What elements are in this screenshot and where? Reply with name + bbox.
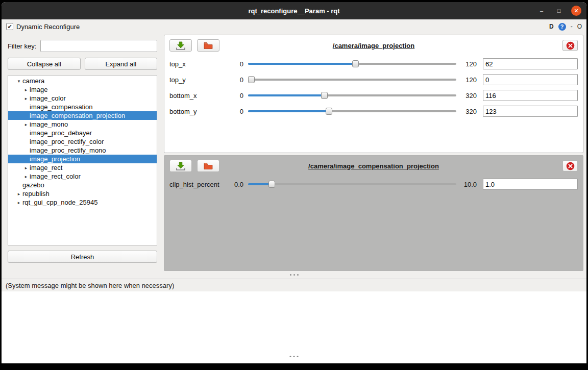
tree-item-label: rqt_gui_cpp_node_25945: [22, 199, 97, 206]
window-controls: – □ ✕: [536, 6, 586, 16]
help-icon[interactable]: ?: [558, 23, 566, 31]
detach-plugin-button[interactable]: D: [549, 23, 554, 30]
expanded-arrow-icon[interactable]: ▾: [15, 79, 22, 84]
close-panel-button[interactable]: [562, 160, 578, 171]
bottom_y-slider[interactable]: [248, 107, 456, 116]
tree-item-label: image_proc_debayer: [30, 129, 92, 137]
tree-item-image_color[interactable]: ▸image_color: [8, 94, 157, 103]
tree-item-rqt_gui_cpp_node_25945[interactable]: ▸rqt_gui_cpp_node_25945: [8, 198, 157, 207]
tree-item-gazebo[interactable]: gazebo: [8, 181, 157, 189]
param-max-label: 120: [456, 76, 477, 84]
param-min-label: 0: [230, 76, 248, 84]
param-panel: /camera/image_projectiontop_x0120top_y01…: [164, 35, 583, 153]
refresh-button[interactable]: Refresh: [8, 251, 157, 263]
tree-item-label: image_proc_rectify_color: [30, 138, 104, 145]
panel-toolbar: /camera/image_compensation_projection: [164, 156, 583, 174]
tree-item-label: image_rect: [30, 164, 62, 171]
slider-handle[interactable]: [248, 76, 255, 83]
slider-handle[interactable]: [352, 60, 359, 67]
panel-toolbar: /camera/image_projection: [164, 35, 583, 54]
panel-title: /camera/image_compensation_projection: [164, 162, 583, 170]
clip_hist_percent-slider[interactable]: [248, 180, 456, 189]
tree-item-label: image_proc_rectify_mono: [30, 146, 106, 154]
tree-item-image_rect[interactable]: ▸image_rect: [8, 163, 157, 172]
tree-item-image_projection[interactable]: image_projection: [8, 155, 157, 163]
param-max-label: 320: [456, 92, 477, 100]
top_x-value-input[interactable]: [483, 58, 578, 69]
plugin-title: Dynamic Reconfigure: [16, 23, 80, 31]
param-min-label: 0: [230, 108, 248, 115]
window-title: rqt_reconfigure__Param - rqt: [2, 7, 586, 15]
close-plugin-button[interactable]: O: [577, 23, 582, 30]
dynamic-reconfigure-checkbox[interactable]: ✔ Dynamic Reconfigure: [6, 23, 80, 31]
save-params-button[interactable]: [169, 39, 192, 52]
panel-splitter-handle[interactable]: [2, 271, 586, 279]
slider-handle[interactable]: [321, 92, 328, 99]
param-row-clip_hist_percent: clip_hist_percent0.010.0: [169, 179, 578, 190]
titlebar: rqt_reconfigure__Param - rqt – □ ✕: [2, 2, 586, 19]
tree-item-image_compensation[interactable]: image_compensation: [8, 103, 157, 111]
tree-item-label: image: [30, 86, 47, 93]
tree-item-label: image_projection: [30, 155, 80, 163]
tree-item-label: image_mono: [30, 120, 68, 128]
tree-item-image[interactable]: ▸image: [8, 85, 157, 94]
collapsed-arrow-icon[interactable]: ▸: [22, 87, 30, 92]
tree-item-camera[interactable]: ▾camera: [8, 77, 157, 85]
slider-fill: [248, 183, 272, 185]
minimize-plugin-button[interactable]: -: [571, 23, 573, 30]
filter-row: Filter key:: [8, 40, 157, 52]
collapsed-arrow-icon[interactable]: ▸: [22, 122, 30, 127]
sidebar: Filter key: Collapse all Expand all ▾cam…: [8, 34, 157, 271]
close-panel-button[interactable]: [562, 40, 578, 51]
collapsed-arrow-icon[interactable]: ▸: [15, 200, 22, 205]
tree-item-image_rect_color[interactable]: ▸image_rect_color: [8, 172, 157, 181]
load-params-button[interactable]: [197, 39, 219, 52]
slider-handle[interactable]: [326, 108, 332, 115]
collapsed-arrow-icon[interactable]: ▸: [15, 191, 22, 196]
param-max-label: 120: [456, 60, 477, 68]
collapsed-arrow-icon[interactable]: ▸: [22, 174, 30, 179]
load-params-button[interactable]: [197, 160, 219, 172]
minimize-button[interactable]: –: [536, 6, 547, 16]
tree-item-label: image_compensation: [30, 103, 93, 111]
top_x-slider[interactable]: [248, 59, 456, 68]
param-name: top_y: [169, 76, 230, 84]
top_y-value-input[interactable]: [483, 74, 578, 85]
tree-item-image_mono[interactable]: ▸image_mono: [8, 120, 157, 129]
collapsed-arrow-icon[interactable]: ▸: [22, 96, 30, 101]
splitter-dots-icon: [293, 274, 295, 276]
main-content: Filter key: Collapse all Expand all ▾cam…: [2, 34, 586, 271]
maximize-button[interactable]: □: [554, 6, 564, 16]
tree-item-republish[interactable]: ▸republish: [8, 189, 157, 198]
param-min-label: 0: [230, 60, 248, 68]
param-row-top_x: top_x0120: [169, 58, 578, 69]
top_y-slider[interactable]: [248, 75, 456, 84]
clip_hist_percent-value-input[interactable]: [483, 179, 578, 190]
close-panel-icon: [566, 162, 575, 170]
filter-key-input[interactable]: [40, 40, 157, 52]
dock-buttons: D ? - O: [549, 23, 582, 31]
tree-item-label: image_rect_color: [30, 172, 81, 180]
save-params-button[interactable]: [169, 160, 192, 172]
tree-item-label: image_compensation_projection: [30, 112, 125, 119]
param-row-bottom_y: bottom_y0320: [169, 106, 578, 117]
tree-item-image_proc_debayer[interactable]: image_proc_debayer: [8, 129, 157, 137]
bottom_x-slider[interactable]: [248, 91, 456, 100]
bottom_x-value-input[interactable]: [483, 90, 578, 101]
slider-handle[interactable]: [268, 181, 275, 188]
bottom_y-value-input[interactable]: [483, 106, 578, 117]
tree-item-image_proc_rectify_color[interactable]: image_proc_rectify_color: [8, 137, 157, 146]
param-min-label: 0.0: [230, 181, 248, 188]
slider-fill: [248, 63, 355, 65]
close-button[interactable]: ✕: [571, 6, 581, 16]
tree-item-label: gazebo: [22, 181, 44, 189]
tree-item-image_proc_rectify_mono[interactable]: image_proc_rectify_mono: [8, 146, 157, 155]
tree-item-label: republish: [22, 190, 50, 198]
bottom-splitter-handle[interactable]: [293, 356, 295, 357]
collapse-all-button[interactable]: Collapse all: [8, 58, 81, 70]
tree-item-image_compensation_projection[interactable]: image_compensation_projection: [8, 111, 157, 120]
expand-all-button[interactable]: Expand all: [85, 58, 158, 70]
filter-key-label: Filter key:: [8, 42, 36, 50]
collapsed-arrow-icon[interactable]: ▸: [22, 165, 30, 170]
plugin-bar: ✔ Dynamic Reconfigure D ? - O: [2, 19, 586, 34]
